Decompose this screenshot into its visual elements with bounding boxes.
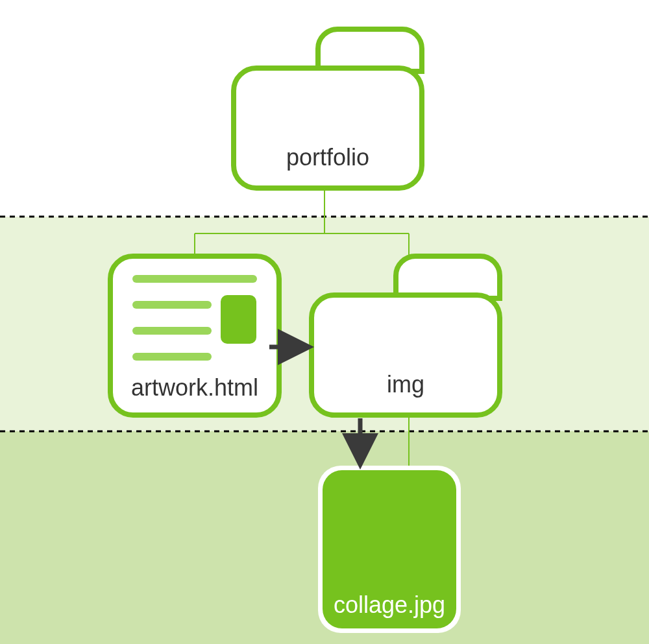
file-collage-jpg: collage.jpg	[318, 466, 461, 633]
file-artwork-label: artwork.html	[131, 374, 258, 401]
file-structure-diagram: portfolio artwork.html img collage.jpg	[0, 0, 649, 644]
image-thumb-icon	[221, 295, 256, 344]
folder-img-label: img	[387, 371, 424, 398]
file-artwork-html: artwork.html	[110, 256, 279, 415]
file-collage-label: collage.jpg	[334, 591, 445, 618]
folder-portfolio-label: portfolio	[286, 144, 369, 171]
